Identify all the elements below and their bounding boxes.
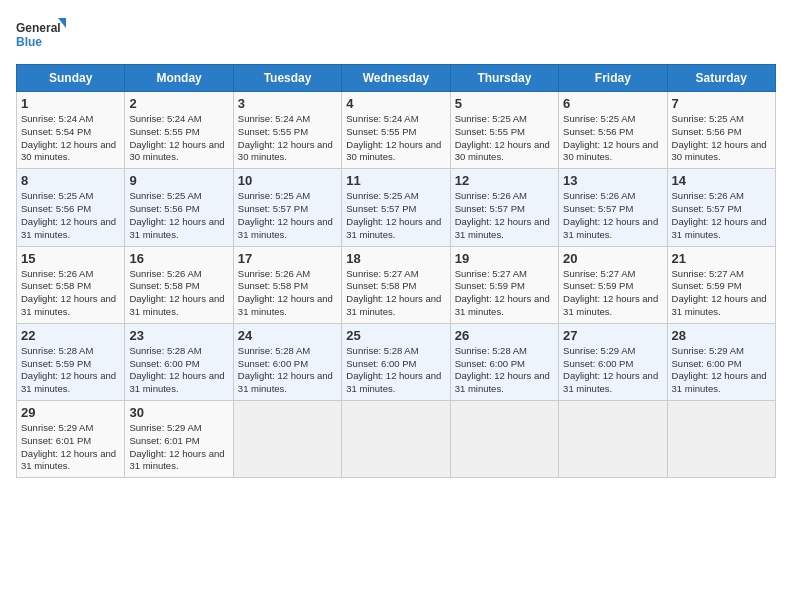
calendar-cell: 2 Sunrise: 5:24 AM Sunset: 5:55 PM Dayli… bbox=[125, 92, 233, 169]
calendar-cell: 22 Sunrise: 5:28 AM Sunset: 5:59 PM Dayl… bbox=[17, 323, 125, 400]
day-number: 2 bbox=[129, 96, 228, 111]
calendar-cell bbox=[233, 401, 341, 478]
calendar-cell: 15 Sunrise: 5:26 AM Sunset: 5:58 PM Dayl… bbox=[17, 246, 125, 323]
day-number: 10 bbox=[238, 173, 337, 188]
day-info: Sunrise: 5:25 AM Sunset: 5:56 PM Dayligh… bbox=[129, 190, 228, 241]
day-info: Sunrise: 5:26 AM Sunset: 5:57 PM Dayligh… bbox=[563, 190, 662, 241]
day-number: 21 bbox=[672, 251, 771, 266]
calendar-cell: 29 Sunrise: 5:29 AM Sunset: 6:01 PM Dayl… bbox=[17, 401, 125, 478]
calendar-cell bbox=[342, 401, 450, 478]
calendar-cell: 8 Sunrise: 5:25 AM Sunset: 5:56 PM Dayli… bbox=[17, 169, 125, 246]
calendar-cell: 23 Sunrise: 5:28 AM Sunset: 6:00 PM Dayl… bbox=[125, 323, 233, 400]
calendar-cell: 14 Sunrise: 5:26 AM Sunset: 5:57 PM Dayl… bbox=[667, 169, 775, 246]
day-info: Sunrise: 5:28 AM Sunset: 6:00 PM Dayligh… bbox=[455, 345, 554, 396]
calendar-cell bbox=[450, 401, 558, 478]
day-info: Sunrise: 5:27 AM Sunset: 5:59 PM Dayligh… bbox=[672, 268, 771, 319]
day-info: Sunrise: 5:27 AM Sunset: 5:58 PM Dayligh… bbox=[346, 268, 445, 319]
day-info: Sunrise: 5:24 AM Sunset: 5:55 PM Dayligh… bbox=[346, 113, 445, 164]
day-number: 25 bbox=[346, 328, 445, 343]
day-info: Sunrise: 5:28 AM Sunset: 5:59 PM Dayligh… bbox=[21, 345, 120, 396]
day-info: Sunrise: 5:28 AM Sunset: 6:00 PM Dayligh… bbox=[346, 345, 445, 396]
calendar-cell: 25 Sunrise: 5:28 AM Sunset: 6:00 PM Dayl… bbox=[342, 323, 450, 400]
day-number: 8 bbox=[21, 173, 120, 188]
day-info: Sunrise: 5:26 AM Sunset: 5:58 PM Dayligh… bbox=[238, 268, 337, 319]
day-info: Sunrise: 5:24 AM Sunset: 5:55 PM Dayligh… bbox=[129, 113, 228, 164]
day-info: Sunrise: 5:29 AM Sunset: 6:01 PM Dayligh… bbox=[129, 422, 228, 473]
calendar-cell: 26 Sunrise: 5:28 AM Sunset: 6:00 PM Dayl… bbox=[450, 323, 558, 400]
svg-text:General: General bbox=[16, 21, 61, 35]
calendar-cell: 4 Sunrise: 5:24 AM Sunset: 5:55 PM Dayli… bbox=[342, 92, 450, 169]
calendar-cell: 27 Sunrise: 5:29 AM Sunset: 6:00 PM Dayl… bbox=[559, 323, 667, 400]
calendar-cell: 19 Sunrise: 5:27 AM Sunset: 5:59 PM Dayl… bbox=[450, 246, 558, 323]
day-info: Sunrise: 5:28 AM Sunset: 6:00 PM Dayligh… bbox=[129, 345, 228, 396]
calendar-cell: 12 Sunrise: 5:26 AM Sunset: 5:57 PM Dayl… bbox=[450, 169, 558, 246]
day-number: 15 bbox=[21, 251, 120, 266]
calendar-cell bbox=[559, 401, 667, 478]
day-number: 20 bbox=[563, 251, 662, 266]
day-info: Sunrise: 5:29 AM Sunset: 6:01 PM Dayligh… bbox=[21, 422, 120, 473]
day-info: Sunrise: 5:26 AM Sunset: 5:58 PM Dayligh… bbox=[129, 268, 228, 319]
day-info: Sunrise: 5:29 AM Sunset: 6:00 PM Dayligh… bbox=[563, 345, 662, 396]
calendar-cell: 10 Sunrise: 5:25 AM Sunset: 5:57 PM Dayl… bbox=[233, 169, 341, 246]
day-number: 17 bbox=[238, 251, 337, 266]
calendar-cell: 16 Sunrise: 5:26 AM Sunset: 5:58 PM Dayl… bbox=[125, 246, 233, 323]
day-number: 11 bbox=[346, 173, 445, 188]
day-number: 6 bbox=[563, 96, 662, 111]
day-number: 26 bbox=[455, 328, 554, 343]
day-number: 14 bbox=[672, 173, 771, 188]
column-header-monday: Monday bbox=[125, 65, 233, 92]
day-info: Sunrise: 5:25 AM Sunset: 5:56 PM Dayligh… bbox=[672, 113, 771, 164]
calendar-cell: 21 Sunrise: 5:27 AM Sunset: 5:59 PM Dayl… bbox=[667, 246, 775, 323]
calendar-cell: 20 Sunrise: 5:27 AM Sunset: 5:59 PM Dayl… bbox=[559, 246, 667, 323]
calendar-cell: 9 Sunrise: 5:25 AM Sunset: 5:56 PM Dayli… bbox=[125, 169, 233, 246]
calendar-cell: 6 Sunrise: 5:25 AM Sunset: 5:56 PM Dayli… bbox=[559, 92, 667, 169]
calendar-cell: 13 Sunrise: 5:26 AM Sunset: 5:57 PM Dayl… bbox=[559, 169, 667, 246]
day-number: 28 bbox=[672, 328, 771, 343]
day-info: Sunrise: 5:25 AM Sunset: 5:55 PM Dayligh… bbox=[455, 113, 554, 164]
calendar-cell: 30 Sunrise: 5:29 AM Sunset: 6:01 PM Dayl… bbox=[125, 401, 233, 478]
day-number: 16 bbox=[129, 251, 228, 266]
day-number: 1 bbox=[21, 96, 120, 111]
day-info: Sunrise: 5:26 AM Sunset: 5:57 PM Dayligh… bbox=[672, 190, 771, 241]
day-number: 3 bbox=[238, 96, 337, 111]
day-number: 30 bbox=[129, 405, 228, 420]
day-number: 13 bbox=[563, 173, 662, 188]
calendar-cell: 11 Sunrise: 5:25 AM Sunset: 5:57 PM Dayl… bbox=[342, 169, 450, 246]
day-info: Sunrise: 5:24 AM Sunset: 5:54 PM Dayligh… bbox=[21, 113, 120, 164]
day-number: 7 bbox=[672, 96, 771, 111]
day-number: 27 bbox=[563, 328, 662, 343]
day-info: Sunrise: 5:29 AM Sunset: 6:00 PM Dayligh… bbox=[672, 345, 771, 396]
column-header-tuesday: Tuesday bbox=[233, 65, 341, 92]
day-info: Sunrise: 5:24 AM Sunset: 5:55 PM Dayligh… bbox=[238, 113, 337, 164]
column-header-wednesday: Wednesday bbox=[342, 65, 450, 92]
day-number: 22 bbox=[21, 328, 120, 343]
day-info: Sunrise: 5:25 AM Sunset: 5:56 PM Dayligh… bbox=[563, 113, 662, 164]
day-info: Sunrise: 5:27 AM Sunset: 5:59 PM Dayligh… bbox=[563, 268, 662, 319]
day-info: Sunrise: 5:25 AM Sunset: 5:57 PM Dayligh… bbox=[346, 190, 445, 241]
calendar-cell bbox=[667, 401, 775, 478]
svg-text:Blue: Blue bbox=[16, 35, 42, 49]
calendar-table: SundayMondayTuesdayWednesdayThursdayFrid… bbox=[16, 64, 776, 478]
day-info: Sunrise: 5:26 AM Sunset: 5:57 PM Dayligh… bbox=[455, 190, 554, 241]
calendar-cell: 17 Sunrise: 5:26 AM Sunset: 5:58 PM Dayl… bbox=[233, 246, 341, 323]
calendar-cell: 24 Sunrise: 5:28 AM Sunset: 6:00 PM Dayl… bbox=[233, 323, 341, 400]
calendar-cell: 3 Sunrise: 5:24 AM Sunset: 5:55 PM Dayli… bbox=[233, 92, 341, 169]
day-number: 23 bbox=[129, 328, 228, 343]
day-info: Sunrise: 5:25 AM Sunset: 5:56 PM Dayligh… bbox=[21, 190, 120, 241]
calendar-cell: 28 Sunrise: 5:29 AM Sunset: 6:00 PM Dayl… bbox=[667, 323, 775, 400]
day-number: 12 bbox=[455, 173, 554, 188]
calendar-cell: 5 Sunrise: 5:25 AM Sunset: 5:55 PM Dayli… bbox=[450, 92, 558, 169]
column-header-thursday: Thursday bbox=[450, 65, 558, 92]
day-number: 5 bbox=[455, 96, 554, 111]
calendar-cell: 7 Sunrise: 5:25 AM Sunset: 5:56 PM Dayli… bbox=[667, 92, 775, 169]
day-number: 29 bbox=[21, 405, 120, 420]
day-info: Sunrise: 5:28 AM Sunset: 6:00 PM Dayligh… bbox=[238, 345, 337, 396]
day-number: 19 bbox=[455, 251, 554, 266]
day-number: 4 bbox=[346, 96, 445, 111]
column-header-sunday: Sunday bbox=[17, 65, 125, 92]
logo: General Blue bbox=[16, 16, 66, 56]
day-number: 9 bbox=[129, 173, 228, 188]
column-header-saturday: Saturday bbox=[667, 65, 775, 92]
day-number: 24 bbox=[238, 328, 337, 343]
calendar-cell: 18 Sunrise: 5:27 AM Sunset: 5:58 PM Dayl… bbox=[342, 246, 450, 323]
